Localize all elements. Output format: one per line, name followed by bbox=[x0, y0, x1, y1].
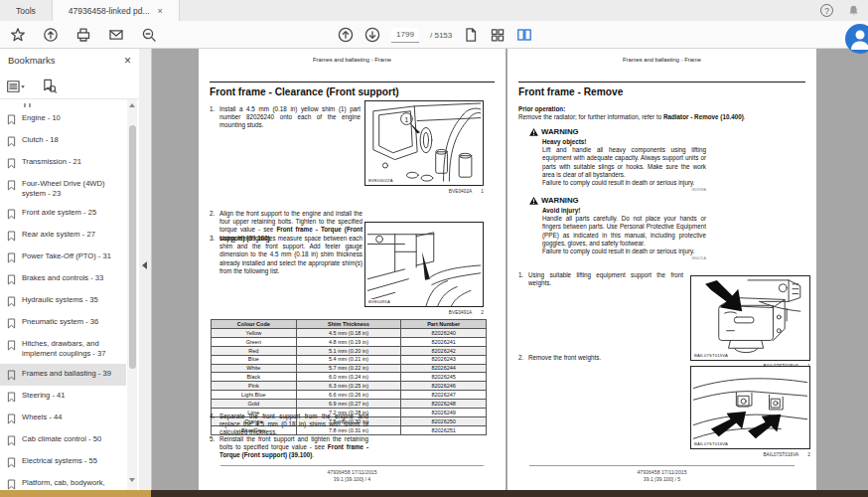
table-row: Red5.1 mm (0.20 in)82026242 bbox=[212, 346, 487, 355]
bookmark-icon bbox=[7, 209, 16, 220]
bookmark-item-brakes-and-controls-33[interactable]: Brakes and controls - 33 bbox=[0, 268, 126, 290]
find-bookmark-icon[interactable] bbox=[42, 79, 57, 93]
share-upload-icon[interactable] bbox=[43, 27, 59, 43]
bookmark-item-four-wheel-drive-4wd-system-23[interactable]: Four-Wheel Drive (4WD) system - 23 bbox=[0, 174, 126, 203]
figure-shim-install: 1 BVE0402ZA bbox=[364, 100, 484, 186]
table-row: Gold6.9 mm (0.27 in)82026248 bbox=[212, 400, 487, 409]
procedure-step: 3.Using feeler gauges measure space betw… bbox=[210, 235, 362, 275]
bookmark-item-engine-10[interactable]: Engine - 10 bbox=[0, 108, 126, 130]
bookmark-item-hydraulic-systems-35[interactable]: Hydraulic systems - 35 bbox=[0, 290, 126, 312]
prior-operation-label: Prior operation: bbox=[518, 105, 565, 112]
collapse-sidebar-handle[interactable] bbox=[142, 261, 147, 269]
bookmark-icon bbox=[7, 370, 16, 381]
bookmark-options-icon[interactable] bbox=[6, 80, 26, 93]
bookmark-icon bbox=[7, 114, 16, 125]
bookmark-item-clutch-18[interactable]: Clutch - 18 bbox=[0, 130, 126, 152]
bookmark-item-partial[interactable] bbox=[0, 102, 126, 108]
toolbar: / 5153 bbox=[0, 21, 868, 49]
page-number-input[interactable] bbox=[391, 28, 419, 43]
bookmarks-panel-title: Bookmarks bbox=[8, 55, 56, 66]
table-header: Shim Thickness bbox=[296, 320, 401, 329]
procedure-step: 5.Reinstall the front support and tighte… bbox=[210, 435, 368, 460]
table-row: Black6.0 mm (0.24 in)82026245 bbox=[212, 373, 487, 382]
figure-weight-brackets: BAIL07ST016VA bbox=[690, 366, 810, 449]
warning-icon bbox=[529, 128, 538, 136]
warning-block: WARNING Avoid injury! Handle all parts c… bbox=[529, 196, 706, 261]
close-panel-icon[interactable]: × bbox=[124, 56, 131, 66]
table-row: Green4.8 mm (0.19 in)82026241 bbox=[212, 337, 487, 346]
bookmark-label: Engine - 10 bbox=[22, 113, 117, 123]
procedure-step: 4.Separate the front support from the en… bbox=[210, 413, 368, 437]
bookmark-icon bbox=[7, 252, 16, 263]
figure-id-label: BVE0402ZA bbox=[367, 178, 394, 183]
figure-id-label: BVE0491A bbox=[367, 299, 391, 304]
bookmark-item-rear-axle-system-27[interactable]: Rear axle system - 27 bbox=[0, 225, 126, 247]
table-row: Pink6.3 mm (0.25 in)82026246 bbox=[212, 382, 487, 391]
figure-caption: BVE0491A2 bbox=[364, 310, 484, 315]
tab-tools-label: Tools bbox=[16, 6, 36, 16]
page-footer: 47936458 17/11/2015 39.1 [39.100] / 4 bbox=[199, 469, 506, 483]
bookmark-item-steering-41[interactable]: Steering - 41 bbox=[0, 386, 126, 408]
bookmark-item-frames-and-ballasting-39[interactable]: Frames and ballasting - 39 bbox=[0, 364, 126, 386]
bookmark-item-electrical-systems-55[interactable]: Electrical systems - 55 bbox=[0, 451, 126, 473]
bookmark-item-platform-cab-bodywork-and-decals-90[interactable]: Platform, cab, bodywork, and decals - 90 bbox=[0, 473, 126, 490]
sidebar-scrollbar-thumb[interactable] bbox=[129, 125, 136, 369]
bookmark-icon bbox=[7, 158, 16, 169]
figure-id-label: BAIL07ST015VA bbox=[693, 353, 729, 358]
bookmark-icon bbox=[7, 231, 16, 242]
bookmark-label: Clutch - 18 bbox=[22, 135, 117, 145]
figure-front-weight: BAIL07ST015VA bbox=[690, 275, 810, 361]
tab-document[interactable]: 47936458-linked pd... × bbox=[52, 0, 180, 21]
scrollbar-down-icon[interactable] bbox=[129, 478, 135, 482]
table-row: Blue5.4 mm (0.21 in)82026243 bbox=[212, 355, 487, 364]
bookmark-label: Power Take-Off (PTO) - 31 bbox=[22, 251, 117, 261]
next-page-icon[interactable] bbox=[364, 27, 380, 43]
search-icon[interactable] bbox=[141, 27, 157, 43]
scrollbar-up-icon[interactable] bbox=[129, 103, 135, 107]
bookmark-item-wheels-44[interactable]: Wheels - 44 bbox=[0, 408, 126, 429]
bookmark-icon bbox=[7, 296, 16, 307]
bookmark-item-power-take-off-pto-31[interactable]: Power Take-Off (PTO) - 31 bbox=[0, 247, 126, 268]
two-page-view-icon[interactable] bbox=[516, 27, 532, 43]
bookmark-item-pneumatic-system-36[interactable]: Pneumatic system - 36 bbox=[0, 312, 126, 334]
account-avatar[interactable] bbox=[845, 24, 868, 54]
page-thumbnails-icon[interactable] bbox=[490, 27, 506, 43]
single-page-icon[interactable] bbox=[463, 27, 479, 43]
warning-code: W0021A bbox=[542, 256, 706, 261]
bookmark-icon bbox=[7, 318, 16, 329]
bookmark-label: Front axle system - 25 bbox=[22, 208, 117, 218]
bookmark-item-hitches-drawbars-and-implement-couplings-37[interactable]: Hitches, drawbars, and implement couplin… bbox=[0, 334, 126, 363]
svg-text:1: 1 bbox=[405, 116, 409, 123]
pdf-page-left: Frames and ballasting - Frame Front fram… bbox=[199, 49, 506, 490]
table-row: Light Blue6.6 mm (0.26 in)82026247 bbox=[212, 391, 487, 400]
warning-icon bbox=[529, 197, 538, 205]
procedure-step: 1.Install a 4.5 mm (0.18 in) yellow shim… bbox=[210, 105, 361, 130]
pdf-viewer-window: Tools 47936458-linked pd... × ? / 5153 bbox=[0, 0, 868, 497]
figure-feeler-gauge: BVE0491A bbox=[364, 222, 484, 307]
procedure-step: 1.Using suitable lifting equipment suppo… bbox=[518, 271, 683, 287]
bookmark-item-cab-climate-control-50[interactable]: Cab climate control - 50 bbox=[0, 429, 126, 451]
table-row: Yellow4.5 mm (0.18 in)82026240 bbox=[212, 328, 487, 337]
bookmark-icon bbox=[7, 457, 16, 468]
close-tab-icon[interactable]: × bbox=[158, 6, 163, 16]
bell-icon[interactable] bbox=[847, 4, 860, 18]
tab-tools[interactable]: Tools bbox=[0, 0, 52, 21]
page-total-label: / 5153 bbox=[430, 31, 452, 40]
bookmark-label: Hydraulic systems - 35 bbox=[22, 295, 117, 305]
bookmark-item-transmission-21[interactable]: Transmission - 21 bbox=[0, 152, 126, 174]
table-header: Part Number bbox=[401, 320, 487, 329]
help-icon[interactable]: ? bbox=[820, 4, 833, 17]
running-header: Frames and ballasting - Frame bbox=[199, 57, 506, 63]
figure-caption: BVE0402A1 bbox=[364, 189, 484, 194]
previous-page-icon[interactable] bbox=[338, 27, 354, 43]
bookmark-list: Engine - 10Clutch - 18Transmission - 21F… bbox=[0, 102, 126, 490]
bookmark-label: Electrical systems - 55 bbox=[22, 456, 117, 466]
bookmark-label: Brakes and controls - 33 bbox=[22, 273, 117, 283]
star-icon[interactable] bbox=[10, 27, 26, 43]
bookmark-label: Steering - 41 bbox=[22, 391, 117, 401]
bookmark-item-front-axle-system-25[interactable]: Front axle system - 25 bbox=[0, 203, 126, 225]
email-icon[interactable] bbox=[108, 27, 124, 43]
figure-id-label: BAIL07ST016VA bbox=[693, 441, 729, 446]
figure-caption: BAIL07ST016VA2 bbox=[690, 452, 810, 457]
print-icon[interactable] bbox=[75, 27, 91, 43]
